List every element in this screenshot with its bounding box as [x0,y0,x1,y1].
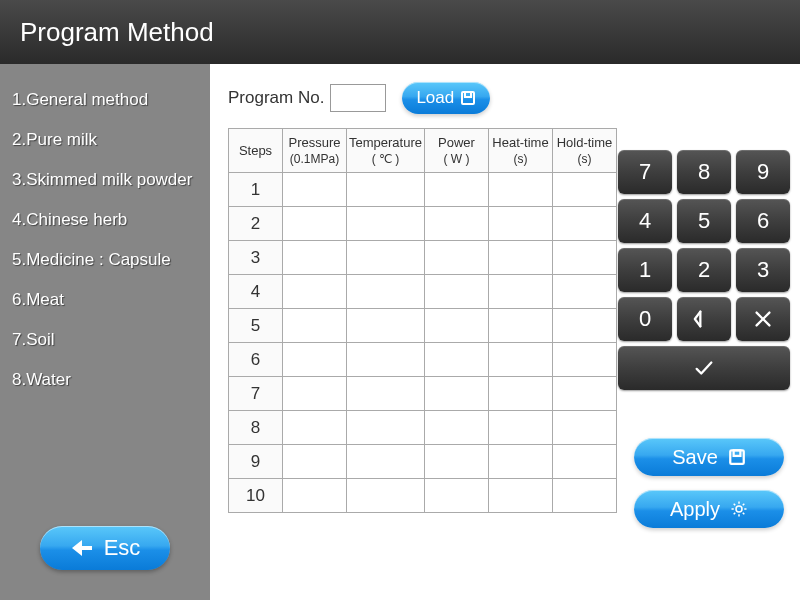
cell-hold-time[interactable] [552,445,616,479]
cell-hold-time[interactable] [552,275,616,309]
key-7[interactable]: 7 [618,150,672,194]
cell-hold-time[interactable] [552,309,616,343]
gear-icon [730,500,748,518]
cell-temperature[interactable] [347,411,425,445]
cell-temperature[interactable] [347,309,425,343]
cell-heat-time[interactable] [488,445,552,479]
cell-hold-time[interactable] [552,377,616,411]
check-icon [693,357,715,379]
sidebar-item-soil[interactable]: 7.Soil [0,320,210,360]
sidebar-item-general-method[interactable]: 1.General method [0,80,210,120]
cell-pressure[interactable] [283,479,347,513]
cell-pressure[interactable] [283,411,347,445]
close-icon [752,308,774,330]
sidebar-item-water[interactable]: 8.Water [0,360,210,400]
cell-power[interactable] [424,241,488,275]
esc-button[interactable]: Esc [40,526,170,570]
program-no-input[interactable] [330,84,386,112]
th-hold-time: Hold-time(s) [552,129,616,173]
load-button[interactable]: Load [402,82,490,114]
cell-temperature[interactable] [347,207,425,241]
cell-pressure[interactable] [283,173,347,207]
key-6[interactable]: 6 [736,199,790,243]
cell-heat-time[interactable] [488,309,552,343]
table-row: 6 [229,343,617,377]
apply-button[interactable]: Apply [634,490,784,528]
backspace-icon [693,308,715,330]
cell-temperature[interactable] [347,445,425,479]
sidebar: 1.General method 2.Pure milk 3.Skimmed m… [0,64,210,600]
key-backspace[interactable] [677,297,731,341]
back-arrow-icon [70,538,94,558]
cell-heat-time[interactable] [488,377,552,411]
cell-heat-time[interactable] [488,479,552,513]
sidebar-item-skimmed-milk-powder[interactable]: 3.Skimmed milk powder [0,160,210,200]
cell-pressure[interactable] [283,207,347,241]
cell-temperature[interactable] [347,275,425,309]
sidebar-item-meat[interactable]: 6.Meat [0,280,210,320]
cell-heat-time[interactable] [488,241,552,275]
cell-power[interactable] [424,479,488,513]
cell-heat-time[interactable] [488,207,552,241]
numeric-keypad: 7 8 9 4 5 6 1 2 3 0 [618,150,790,390]
cell-hold-time[interactable] [552,411,616,445]
sidebar-item-medicine-capsule[interactable]: 5.Medicine : Capsule [0,240,210,280]
cell-power[interactable] [424,445,488,479]
th-steps: Steps [229,129,283,173]
cell-pressure[interactable] [283,275,347,309]
cell-power[interactable] [424,377,488,411]
key-5[interactable]: 5 [677,199,731,243]
page-title: Program Method [20,17,214,48]
th-pressure: Pressure(0.1MPa) [283,129,347,173]
cell-power[interactable] [424,309,488,343]
key-clear[interactable] [736,297,790,341]
save-button[interactable]: Save [634,438,784,476]
cell-power[interactable] [424,207,488,241]
steps-table: Steps Pressure(0.1MPa) Temperature( ℃ ) … [228,128,617,513]
key-8[interactable]: 8 [677,150,731,194]
cell-heat-time[interactable] [488,275,552,309]
cell-temperature[interactable] [347,343,425,377]
table-row: 7 [229,377,617,411]
cell-heat-time[interactable] [488,411,552,445]
key-3[interactable]: 3 [736,248,790,292]
cell-power[interactable] [424,343,488,377]
th-heat-time: Heat-time(s) [488,129,552,173]
svg-rect-1 [465,92,471,97]
cell-hold-time[interactable] [552,207,616,241]
cell-hold-time[interactable] [552,343,616,377]
cell-temperature[interactable] [347,173,425,207]
cell-heat-time[interactable] [488,173,552,207]
cell-pressure[interactable] [283,309,347,343]
key-1[interactable]: 1 [618,248,672,292]
cell-power[interactable] [424,173,488,207]
cell-pressure[interactable] [283,343,347,377]
cell-step: 3 [229,241,283,275]
program-no-label: Program No. [228,88,324,108]
cell-power[interactable] [424,411,488,445]
cell-hold-time[interactable] [552,479,616,513]
key-2[interactable]: 2 [677,248,731,292]
cell-temperature[interactable] [347,241,425,275]
cell-temperature[interactable] [347,377,425,411]
key-9[interactable]: 9 [736,150,790,194]
load-icon [460,90,476,106]
sidebar-item-pure-milk[interactable]: 2.Pure milk [0,120,210,160]
cell-pressure[interactable] [283,377,347,411]
cell-pressure[interactable] [283,241,347,275]
cell-step: 1 [229,173,283,207]
cell-hold-time[interactable] [552,241,616,275]
table-row: 1 [229,173,617,207]
cell-power[interactable] [424,275,488,309]
cell-pressure[interactable] [283,445,347,479]
cell-hold-time[interactable] [552,173,616,207]
table-row: 5 [229,309,617,343]
table-row: 4 [229,275,617,309]
key-0[interactable]: 0 [618,297,672,341]
cell-heat-time[interactable] [488,343,552,377]
cell-step: 8 [229,411,283,445]
cell-temperature[interactable] [347,479,425,513]
key-enter[interactable] [618,346,790,390]
sidebar-item-chinese-herb[interactable]: 4.Chinese herb [0,200,210,240]
key-4[interactable]: 4 [618,199,672,243]
